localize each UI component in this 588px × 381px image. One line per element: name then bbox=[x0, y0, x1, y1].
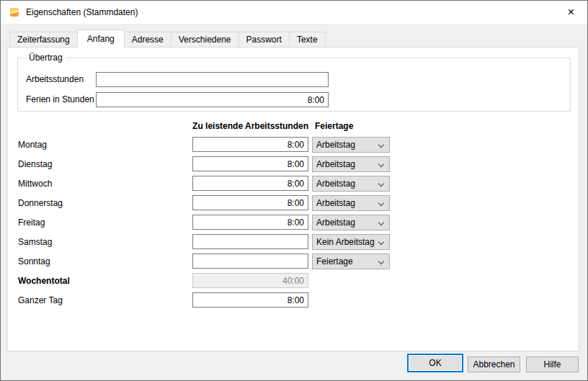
donnerstag-daytype-value: Arbeitstag bbox=[316, 198, 355, 208]
close-icon[interactable]: × bbox=[555, 1, 587, 23]
freitag-hours-input[interactable] bbox=[192, 215, 308, 230]
wochentotal-label: Wochentotal bbox=[18, 273, 70, 289]
cancel-button[interactable]: Abbrechen bbox=[468, 357, 520, 372]
tab-texte[interactable]: Texte bbox=[290, 32, 326, 48]
mittwoch-hours-input[interactable] bbox=[192, 176, 308, 191]
help-button[interactable]: Hilfe bbox=[526, 357, 579, 372]
tab-verschiedene[interactable]: Verschiedene bbox=[172, 32, 239, 48]
freitag-label: Freitag bbox=[18, 215, 45, 230]
donnerstag-daytype-select[interactable]: Arbeitstag bbox=[312, 195, 390, 211]
tab-adresse[interactable]: Adresse bbox=[125, 32, 172, 48]
samstag-hours-input[interactable] bbox=[192, 234, 308, 249]
holiday-column-header: Feiertage bbox=[315, 121, 353, 131]
chevron-down-icon bbox=[378, 239, 384, 245]
app-database-icon bbox=[9, 6, 20, 18]
mittwoch-daytype-select[interactable]: Arbeitstag bbox=[312, 176, 390, 192]
dienstag-label: Dienstag bbox=[18, 156, 52, 172]
hours-column-header: Zu leistende Arbeitsstunden bbox=[192, 121, 308, 131]
properties-dialog: Eigenschaften (Stammdaten) × Zeiterfassu… bbox=[0, 0, 588, 381]
tab-strip: Zeiterfassung Anfang Adresse Verschieden… bbox=[9, 30, 326, 48]
tab-zeiterfassung[interactable]: Zeiterfassung bbox=[9, 32, 78, 48]
samstag-daytype-value: Kein Arbeitstag bbox=[316, 237, 375, 247]
title-bar: Eigenschaften (Stammdaten) × bbox=[1, 1, 587, 24]
donnerstag-hours-input[interactable] bbox=[192, 195, 308, 210]
montag-hours-input[interactable] bbox=[192, 137, 308, 152]
chevron-down-icon bbox=[378, 161, 384, 167]
ganzer-tag-label: Ganzer Tag bbox=[18, 292, 63, 308]
chevron-down-icon bbox=[378, 142, 384, 148]
tab-page-anfang: Übertrag Arbeitsstunden Ferien in Stunde… bbox=[7, 47, 579, 351]
chevron-down-icon bbox=[378, 181, 384, 187]
freitag-daytype-select[interactable]: Arbeitstag bbox=[312, 215, 390, 230]
montag-daytype-select[interactable]: Arbeitstag bbox=[312, 137, 390, 153]
dienstag-daytype-select[interactable]: Arbeitstag bbox=[312, 156, 390, 172]
sonntag-hours-input[interactable] bbox=[192, 254, 308, 269]
arbeitsstunden-label: Arbeitsstunden bbox=[26, 72, 84, 87]
montag-daytype-value: Arbeitstag bbox=[316, 140, 355, 150]
freitag-daytype-value: Arbeitstag bbox=[316, 218, 355, 228]
sonntag-daytype-select[interactable]: Feiertage bbox=[312, 254, 390, 269]
tab-passwort[interactable]: Passwort bbox=[239, 32, 290, 48]
ganzer-tag-input[interactable] bbox=[192, 292, 308, 308]
samstag-daytype-select[interactable]: Kein Arbeitstag bbox=[312, 234, 390, 250]
chevron-down-icon bbox=[378, 259, 384, 264]
mittwoch-label: Mittwoch bbox=[18, 176, 52, 192]
donnerstag-label: Donnerstag bbox=[18, 195, 63, 211]
window-title: Eigenschaften (Stammdaten) bbox=[26, 1, 138, 24]
mittwoch-daytype-value: Arbeitstag bbox=[316, 179, 355, 189]
ferien-label: Ferien in Stunden bbox=[26, 92, 94, 107]
ok-button[interactable]: OK bbox=[407, 354, 463, 372]
dienstag-hours-input[interactable] bbox=[192, 156, 308, 171]
tab-anfang[interactable]: Anfang bbox=[77, 30, 125, 48]
chevron-down-icon bbox=[378, 200, 384, 206]
ferien-input[interactable] bbox=[96, 92, 329, 107]
wochentotal-input bbox=[192, 273, 308, 288]
montag-label: Montag bbox=[18, 137, 47, 153]
sonntag-daytype-value: Feiertage bbox=[316, 256, 353, 266]
dienstag-daytype-value: Arbeitstag bbox=[316, 159, 355, 169]
chevron-down-icon bbox=[378, 220, 384, 225]
sonntag-label: Sonntag bbox=[18, 254, 50, 269]
samstag-label: Samstag bbox=[18, 234, 52, 250]
arbeitsstunden-input[interactable] bbox=[96, 72, 329, 87]
uebertrag-legend: Übertrag bbox=[26, 53, 66, 63]
